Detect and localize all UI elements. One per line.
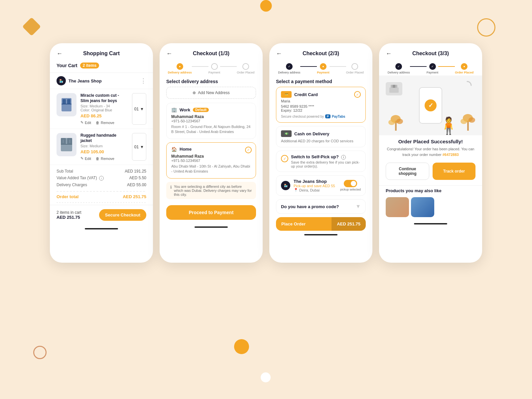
success-title: Order Placed Successfully! xyxy=(379,139,482,146)
add-address-button[interactable]: ⊕ Add New Address xyxy=(166,87,256,99)
store-row: 🏪 The Jeans Shop ⋮ xyxy=(50,73,153,89)
step3-delivery: ✓ Delivery address xyxy=(388,63,410,74)
item-2-price: AED 105.00 xyxy=(80,149,128,154)
step-circle-delivery: ● xyxy=(177,63,183,70)
promo-title: Do you have a promo code? xyxy=(281,204,339,209)
place-order-button[interactable]: Place Order AED 251.75 xyxy=(276,217,366,231)
item-2-qty[interactable]: 01 ▼ xyxy=(132,133,146,161)
more-options-icon[interactable]: ⋮ xyxy=(140,77,146,84)
step-label-delivery: Delivery address xyxy=(168,71,192,74)
cart-footer: 2 items in cart AED 251.75 Secure Checko… xyxy=(50,205,153,225)
item-1-color: Color: Original Blue xyxy=(80,108,128,112)
credit-card-header: 💳 Credit Card ✓ xyxy=(281,91,361,98)
pickup-toggle[interactable] xyxy=(344,180,357,187)
credit-card-icon: 💳 xyxy=(281,91,292,98)
card-number: 5462 8589 9235 **** xyxy=(281,104,361,108)
deco-circle-outline-bottom xyxy=(33,346,47,359)
checkout1-title: Checkout (1/3) xyxy=(193,51,229,57)
back-arrow-icon-4[interactable]: ← xyxy=(386,50,392,57)
addr-home-type: Home xyxy=(180,147,192,152)
cash-on-delivery-method[interactable]: 💵 Cash on Delivery Additional AED 20 cha… xyxy=(276,126,366,147)
svg-point-19 xyxy=(461,119,467,124)
deco-circle-yellow xyxy=(260,0,272,12)
item-1-image xyxy=(57,93,76,116)
pickup-label: pickup selected xyxy=(340,188,361,191)
secure-checkout-button[interactable]: Secure Checkout xyxy=(99,209,146,221)
step2-circle-delivery: ✓ xyxy=(286,63,293,70)
item-1-qty[interactable]: 01 ▼ xyxy=(132,93,146,125)
step-line-2 xyxy=(220,66,237,67)
item-1-price: AED 86.25 xyxy=(80,113,128,118)
delivery-section-title: Select delivery address xyxy=(160,75,263,87)
proceed-to-payment-button[interactable]: Proceed to Payment xyxy=(166,205,256,220)
item-2-details: Rugged handmade jacket Size: Medium AED … xyxy=(80,133,128,161)
svg-point-16 xyxy=(396,119,403,124)
step2-line-1 xyxy=(300,66,317,67)
selfpick-sub: Save the extra delivery fee if you can p… xyxy=(291,160,361,168)
svg-rect-10 xyxy=(389,87,399,93)
credit-card-method[interactable]: 💳 Credit Card ✓ Maria 5462 8589 9235 ***… xyxy=(276,87,366,123)
item-1-remove[interactable]: 🗑 Remove xyxy=(96,120,114,125)
address-card-work[interactable]: 🏢 Work Default Muhammad Raza +971-50-123… xyxy=(166,103,256,139)
svg-rect-17 xyxy=(467,121,469,131)
checkout2-header: ← Checkout (2/3) xyxy=(269,43,372,60)
item-1-actions: ✎ Edit 🗑 Remove xyxy=(80,120,128,125)
totals-section: Sub Total AED 191.25 Value Added Tax (VA… xyxy=(50,165,153,191)
place-order-amount: AED 251.75 xyxy=(332,217,366,231)
order-total-row: Order total AED 251.75 xyxy=(50,194,153,200)
step3-placed: ● Order Placed xyxy=(455,63,473,74)
loading-icon xyxy=(462,80,472,92)
plant-right-icon xyxy=(461,107,475,132)
toggle-container: pickup selected xyxy=(340,180,361,191)
continue-shopping-button[interactable]: Continue shopping xyxy=(386,163,429,180)
address-card-home[interactable]: 🏠 Home ✓ Muhammad Raza +971-50-1234567 A… xyxy=(166,142,256,179)
self-pickup-row[interactable]: ✓ Switch to Self-Pick up? i Save the ext… xyxy=(276,151,366,172)
step2-circle-payment: ● xyxy=(320,63,327,70)
plus-icon: ⊕ xyxy=(193,90,196,95)
item-1-name: Miracle custom cut - Slim jeans for boys xyxy=(80,93,128,103)
item-1-edit[interactable]: ✎ Edit xyxy=(80,120,91,125)
progress-bar-1: ● Delivery address Payment Order Placed xyxy=(160,60,263,75)
promo-section[interactable]: Do you have a promo code? ▼ xyxy=(276,199,366,214)
success-sub: Congratulations! Your order has been pla… xyxy=(379,146,482,161)
step-label-payment: Payment xyxy=(208,71,220,74)
home-icon: 🏠 xyxy=(171,147,177,152)
cash-icon: 💵 xyxy=(281,130,292,137)
step-payment: Payment xyxy=(208,63,220,74)
item-2-remove[interactable]: 🗑 Remove xyxy=(96,156,114,161)
deco-diamond xyxy=(22,17,41,36)
svg-point-15 xyxy=(388,120,395,125)
addr-home-name: Muhammad Raza xyxy=(171,154,251,159)
item-2-edit[interactable]: ✎ Edit xyxy=(80,156,91,161)
success-illustration: ✓ 🧍 xyxy=(379,75,482,135)
card-expiry: Expiry: 12/22 xyxy=(281,108,361,112)
step2-label-payment: Payment xyxy=(317,71,330,74)
svg-rect-2 xyxy=(67,99,70,104)
vat-row: Value Added Tax (VAT) i AED 5.50 xyxy=(57,176,146,181)
selfpick-content: Switch to Self-Pick up? i Save the extra… xyxy=(291,154,361,168)
also-like-images xyxy=(379,195,482,220)
also-like-img-1 xyxy=(386,197,409,217)
back-arrow-icon-3[interactable]: ← xyxy=(276,50,282,57)
track-order-button[interactable]: Track order xyxy=(433,163,475,180)
addr-work-phone: +971-50-1234567 xyxy=(171,119,251,123)
item-2-image xyxy=(57,133,76,156)
also-like-img-2 xyxy=(411,197,434,217)
cash-header: 💵 Cash on Delivery xyxy=(281,130,361,137)
step-line-1 xyxy=(192,66,208,67)
cart-footer-info: 2 items in cart AED 251.75 xyxy=(57,210,81,220)
addr-home-check: ✓ xyxy=(245,147,252,153)
checkout1-header: ← Checkout (1/3) xyxy=(160,43,263,60)
location-pin-icon: 📍 xyxy=(294,188,298,192)
back-arrow-icon[interactable]: ← xyxy=(57,50,63,57)
order-number: #6472883 xyxy=(443,153,459,157)
selfpick-title: Switch to Self-Pick up? i xyxy=(291,154,361,160)
work-icon: 🏢 xyxy=(171,107,177,112)
credit-card-check: ✓ xyxy=(354,91,361,98)
cart-item-2: Rugged handmade jacket Size: Medium AED … xyxy=(50,129,153,165)
illus-check-circle: ✓ xyxy=(425,99,437,111)
addr-work-name: Muhammad Raza xyxy=(171,114,251,119)
back-arrow-icon-2[interactable]: ← xyxy=(166,50,172,57)
store-pickup-row: 🏪 The Jeans Shop Pick-up and save AED 55… xyxy=(276,175,366,196)
store-name: The Jeans Shop xyxy=(68,78,138,83)
